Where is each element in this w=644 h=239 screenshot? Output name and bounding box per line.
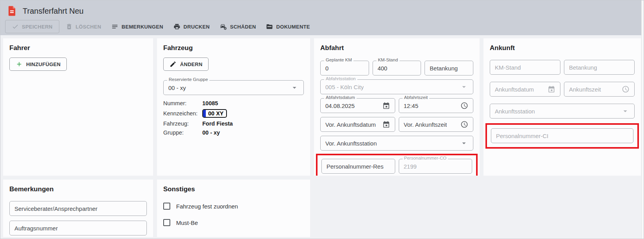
ankunft-betankung-input[interactable]: Betankung — [564, 60, 635, 75]
pencil-icon — [169, 61, 177, 68]
panel-sonstiges-title: Sonstiges — [163, 185, 304, 193]
panel-fahrer-title: Fahrer — [9, 44, 147, 52]
detail-row-fahrzeug: Fahrzeug: Ford Fiesta — [163, 120, 304, 127]
calendar-icon[interactable] — [382, 102, 390, 110]
chevron-down-icon — [290, 83, 299, 92]
license-plate-badge: 00 XY — [202, 109, 227, 118]
vehicle-details: Nummer: 10085 Kennzeichen: 00 XY Fahrzeu… — [163, 100, 304, 136]
geplante-km-input[interactable]: Geplante KM 0 — [320, 61, 369, 75]
vor-ankunftszeit-input[interactable]: Vor. Ankunftszeit — [399, 117, 474, 132]
check-icon — [12, 23, 19, 30]
clock-icon[interactable] — [622, 85, 630, 93]
annotation-box-personalnummer: Personalnummer-Res Personalnummer-CO 219… — [316, 154, 478, 176]
clock-icon[interactable] — [460, 120, 468, 128]
documents-button[interactable]: DOKUMENTE — [262, 20, 314, 33]
panel-bemerkungen: Bemerkungen Serviceberater/Ansprechpartn… — [3, 180, 153, 237]
panel-ankunft: Ankunft KM-Stand Betankung Ankunftsdatum… — [483, 38, 641, 176]
panel-fahrzeug: Fahrzeug ÄNDERN Reservierte Gruppe 00 - … — [157, 38, 310, 176]
personalnummer-co-input[interactable]: Personalnummer-CO 2199 — [399, 159, 473, 174]
abfahrtszeit-input[interactable]: Abfahrtszeit 12:45 — [399, 98, 474, 113]
panel-sonstiges: Sonstiges Fahrzeug fest zuordnen Must-Be — [157, 180, 310, 237]
reservierte-gruppe-select[interactable]: Reservierte Gruppe 00 - xy — [163, 80, 304, 95]
page-title: Transferfahrt Neu — [23, 7, 84, 16]
chevron-down-icon — [460, 83, 468, 91]
delete-button[interactable]: LÖSCHEN — [62, 20, 105, 33]
change-vehicle-button[interactable]: ÄNDERN — [163, 58, 209, 71]
plus-icon — [16, 61, 23, 68]
auftragsnummer-input[interactable]: Auftragsnummer — [9, 221, 147, 235]
ankunft-km-stand-input[interactable]: KM-Stand — [490, 60, 560, 75]
scrollbar-track[interactable] — [641, 0, 644, 239]
abfahrtsstation-select[interactable]: Abfahrtsstation 005 - Köln City — [320, 79, 473, 94]
toolbar: SPEICHERN LÖSCHEN BEMERKUNGEN DRUCKEN SC… — [0, 16, 644, 33]
checkbox-fahrzeug-fest-zuordnen[interactable] — [163, 203, 170, 210]
panel-bemerkungen-title: Bemerkungen — [9, 185, 147, 193]
ankunftsdatum-input[interactable]: Ankunftsdatum — [490, 82, 560, 97]
detail-row-kennzeichen: Kennzeichen: 00 XY — [163, 109, 304, 118]
serviceberater-input[interactable]: Serviceberater/Ansprechpartner — [9, 201, 147, 216]
panel-abfahrt: Abfahrt Geplante KM 0 KM-Stand 400 Betan… — [314, 38, 480, 176]
content-area: Fahrer HINZUFÜGEN Fahrzeug ÄNDERN Reserv… — [0, 35, 644, 239]
personalnummer-res-input[interactable]: Personalnummer-Res — [321, 159, 395, 174]
ankunftsstation-select[interactable]: Ankunftsstation — [490, 104, 635, 119]
km-stand-input[interactable]: KM-Stand 400 — [373, 61, 421, 75]
panel-fahrzeug-title: Fahrzeug — [163, 44, 304, 52]
abfahrtsdatum-input[interactable]: Abfahrtsdatum 04.08.2025 — [320, 98, 395, 113]
annotation-box-personalnummer-ci: Personalnummer-CI — [485, 123, 639, 149]
panel-ankunft-title: Ankunft — [490, 44, 635, 52]
ankunftszeit-input[interactable]: Ankunftszeit — [564, 82, 635, 97]
trash-icon — [66, 23, 73, 30]
print-button[interactable]: DRUCKEN — [169, 20, 214, 33]
detail-row-gruppe: Gruppe: 00 - xy — [163, 129, 304, 136]
betankung-input[interactable]: Betankung — [425, 61, 473, 75]
car-gear-icon — [220, 23, 227, 30]
checkbox-row-must-be[interactable]: Must-Be — [163, 219, 304, 226]
save-button[interactable]: SPEICHERN — [5, 20, 59, 33]
damages-button[interactable]: SCHÄDEN — [216, 20, 260, 33]
printer-icon — [173, 23, 180, 30]
panel-abfahrt-title: Abfahrt — [320, 44, 473, 52]
chevron-down-icon — [460, 139, 468, 147]
personalnummer-ci-input[interactable]: Personalnummer-CI — [491, 128, 633, 143]
document-icon — [7, 5, 16, 16]
add-driver-button[interactable]: HINZUFÜGEN — [9, 58, 67, 71]
remarks-button[interactable]: BEMERKUNGEN — [107, 20, 167, 33]
chevron-down-icon — [621, 107, 630, 115]
plate-blue-band — [203, 110, 206, 117]
calendar-icon[interactable] — [548, 85, 555, 93]
calendar-icon[interactable] — [382, 120, 390, 128]
checkbox-must-be[interactable] — [163, 219, 170, 226]
detail-row-nummer: Nummer: 10085 — [163, 100, 304, 106]
checkbox-row-fahrzeug-fest-zuordnen[interactable]: Fahrzeug fest zuordnen — [163, 203, 304, 210]
clock-icon[interactable] — [460, 102, 468, 110]
app-header: Transferfahrt Neu SPEICHERN LÖSCHEN BEME… — [0, 0, 644, 35]
notes-icon — [111, 23, 118, 30]
vor-ankunftsstation-select[interactable]: Vor. Ankunftsstation — [320, 136, 473, 151]
folder-icon — [266, 23, 273, 30]
panel-fahrer: Fahrer HINZUFÜGEN — [3, 38, 153, 176]
vor-ankunftsdatum-input[interactable]: Vor. Ankunftsdatum — [320, 117, 395, 132]
